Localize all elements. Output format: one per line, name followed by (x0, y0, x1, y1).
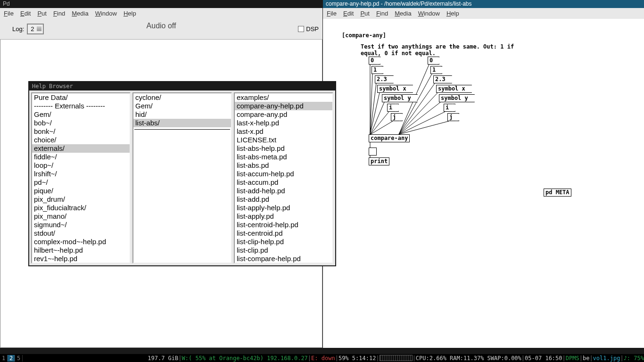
menu-find[interactable]: Find (53, 10, 65, 17)
wifi-label: W: (182, 355, 189, 362)
msg-box[interactable]: j (391, 113, 401, 121)
msg-box[interactable]: 0 (428, 57, 438, 65)
list-item[interactable]: list-add.pd (235, 195, 332, 204)
list-item[interactable]: Gem/ (32, 110, 130, 119)
msg-box[interactable]: symbol x (377, 85, 411, 93)
pd-titlebar[interactable]: Pd (0, 0, 322, 8)
pd-meta-subpatch[interactable]: pd META (544, 189, 571, 197)
menu-media[interactable]: Media (395, 10, 411, 17)
list-item[interactable]: examples/ (235, 93, 332, 102)
msg-box[interactable]: i (444, 104, 454, 112)
dsp-checkbox[interactable] (298, 26, 304, 32)
menu-find[interactable]: Find (376, 10, 388, 17)
list-item[interactable]: hilbert~-help.pd (32, 246, 130, 255)
workspace-switcher[interactable]: 125 (0, 355, 23, 362)
workspace-2[interactable]: 2 (8, 355, 15, 362)
svg-line-3 (370, 93, 380, 134)
list-item[interactable]: list-centroid-help.pd (235, 221, 332, 229)
menu-file[interactable]: File (327, 10, 337, 17)
menu-help[interactable]: Help (124, 10, 136, 17)
patch-canvas[interactable]: [compare-any] Test if two anythings are … (323, 19, 644, 348)
list-item[interactable]: list-abs.pd (235, 161, 332, 170)
log-label: Log: (12, 25, 24, 33)
list-item[interactable]: choice/ (32, 136, 130, 144)
list-item[interactable]: list-compare-help.pd (235, 255, 332, 263)
list-item[interactable]: last-x-help.pd (235, 119, 332, 127)
list-item[interactable]: list-accum.pd (235, 178, 332, 187)
list-item[interactable]: LICENSE.txt (235, 136, 332, 144)
list-item[interactable]: stdout/ (32, 229, 130, 238)
msg-box[interactable]: 1 (372, 66, 381, 74)
workspace-1[interactable]: 1 (0, 355, 8, 362)
music-status: ♪: 75% (624, 355, 644, 362)
list-item[interactable]: sigmund~/ (32, 221, 130, 229)
list-item[interactable]: pix_drum/ (32, 195, 130, 204)
menu-put[interactable]: Put (360, 10, 370, 17)
msg-box[interactable]: symbol y (439, 94, 473, 102)
compare-any-object[interactable]: compare-any (369, 134, 410, 142)
list-item[interactable]: compare-any-help.pd (235, 102, 332, 110)
menu-edit[interactable]: Edit (20, 10, 31, 17)
menu-window[interactable]: Window (95, 10, 117, 17)
eth-label: E: (311, 355, 318, 362)
list-item[interactable]: list-abs/ (133, 119, 231, 127)
list-item[interactable]: externals/ (32, 144, 130, 153)
log-level-spinner[interactable]: 2 (27, 24, 43, 34)
svg-line-2 (370, 83, 376, 134)
msg-box[interactable]: 1 (430, 66, 440, 74)
msg-box[interactable]: 2.3 (433, 75, 450, 83)
pd-menubar: FileEditPutFindMediaWindowHelp (0, 8, 322, 19)
menu-put[interactable]: Put (37, 10, 47, 17)
list-item[interactable]: list-abs-help.pd (235, 144, 332, 153)
patch-titlebar[interactable]: compare-any-help.pd - /home/waldek/Pd/ex… (323, 0, 644, 8)
msg-box[interactable]: 0 (369, 57, 379, 65)
workspace-5[interactable]: 5 (15, 355, 23, 362)
list-item[interactable]: bob~/ (32, 119, 130, 127)
msg-box[interactable]: j (447, 113, 457, 121)
menu-media[interactable]: Media (72, 10, 88, 17)
list-item[interactable]: last-x.pd (235, 127, 332, 136)
msg-box[interactable]: symbol x (436, 85, 470, 93)
menu-file[interactable]: File (4, 10, 14, 17)
list-item[interactable]: lrshift~/ (32, 170, 130, 178)
list-item[interactable]: compare-any.pd (235, 110, 332, 119)
bang-button[interactable] (369, 148, 377, 156)
list-item[interactable]: -------- Externals -------- (32, 102, 130, 110)
list-item[interactable]: cyclone/ (133, 93, 231, 102)
list-item[interactable]: pique/ (32, 187, 130, 195)
list-item[interactable]: pd~/ (32, 178, 130, 187)
help-browser-titlebar[interactable]: Help Browser (29, 82, 335, 90)
list-item[interactable]: list-abs-meta.pd (235, 153, 332, 161)
list-item[interactable]: list-accum-help.pd (235, 170, 332, 178)
menu-window[interactable]: Window (418, 10, 440, 17)
list-item[interactable]: complex-mod~-help.pd (32, 238, 130, 246)
help-browser-col3[interactable]: examples/compare-any-help.pdcompare-any.… (234, 92, 333, 263)
msg-box[interactable]: 2.3 (375, 75, 392, 83)
menu-help[interactable]: Help (446, 10, 459, 17)
i3-statusbar: 125 197.7 GiB | W: ( 55% at Orange-bc42b… (0, 354, 644, 362)
msg-box[interactable]: i (387, 104, 397, 112)
list-item[interactable]: list-centroid.pd (235, 229, 332, 238)
list-item[interactable]: hid/ (133, 110, 231, 119)
list-item[interactable]: pix_mano/ (32, 212, 130, 221)
list-item[interactable]: bonk~/ (32, 127, 130, 136)
help-browser-col1[interactable]: Pure Data/-------- Externals --------Gem… (31, 92, 131, 263)
list-item[interactable]: Pure Data/ (32, 93, 130, 102)
svg-line-13 (399, 121, 449, 134)
list-item[interactable]: list-apply.pd (235, 212, 332, 221)
list-item[interactable]: fiddle~/ (32, 153, 130, 161)
print-object[interactable]: print (369, 157, 389, 165)
list-item[interactable]: rev1~-help.pd (32, 255, 130, 263)
list-item[interactable]: list-clip.pd (235, 246, 332, 255)
patch-desc-comment: Test if two anythings are the same. Out:… (361, 43, 521, 57)
list-item[interactable]: list-add-help.pd (235, 187, 332, 195)
msg-box[interactable]: symbol y (382, 94, 416, 102)
list-item[interactable]: list-clip-help.pd (235, 238, 332, 246)
list-item[interactable]: loop~/ (32, 161, 130, 170)
list-item[interactable]: list-apply-help.pd (235, 204, 332, 212)
list-item[interactable]: Gem/ (133, 102, 231, 110)
patch-menubar: FileEditPutFindMediaWindowHelp (323, 8, 644, 19)
menu-edit[interactable]: Edit (343, 10, 354, 17)
help-browser-col2[interactable]: cyclone/Gem/hid/list-abs/ (132, 92, 232, 263)
list-item[interactable]: pix_fiducialtrack/ (32, 204, 130, 212)
